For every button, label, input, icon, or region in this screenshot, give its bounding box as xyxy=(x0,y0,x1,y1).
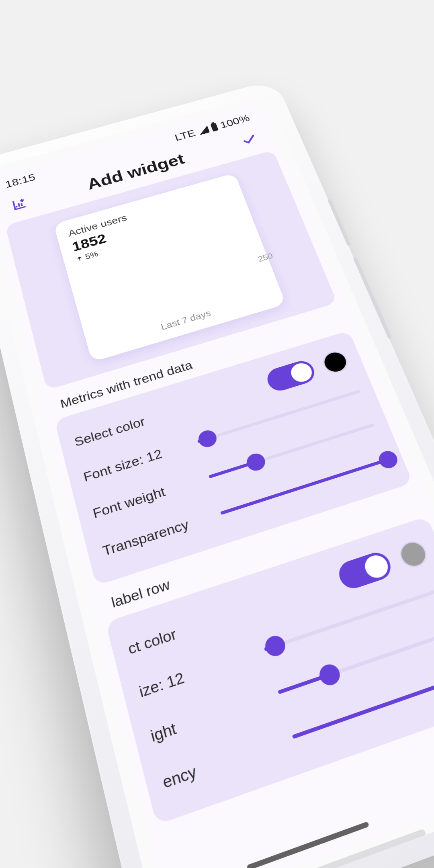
add-chart-icon[interactable] xyxy=(6,192,33,216)
font-size-label: ize: 12 xyxy=(137,668,186,701)
chart-axis-label: 250 xyxy=(256,251,274,264)
delta-value: 5% xyxy=(84,250,99,262)
color-swatch[interactable] xyxy=(396,538,430,571)
confirm-button[interactable] xyxy=(235,129,264,151)
select-color-label: ct color xyxy=(126,625,178,658)
transparency-label: ency xyxy=(160,762,199,792)
arrow-up-icon xyxy=(75,255,84,263)
color-swatch[interactable] xyxy=(320,349,350,376)
battery-icon xyxy=(210,123,218,132)
signal-icon xyxy=(197,125,210,135)
font-weight-label: ight xyxy=(149,719,178,746)
